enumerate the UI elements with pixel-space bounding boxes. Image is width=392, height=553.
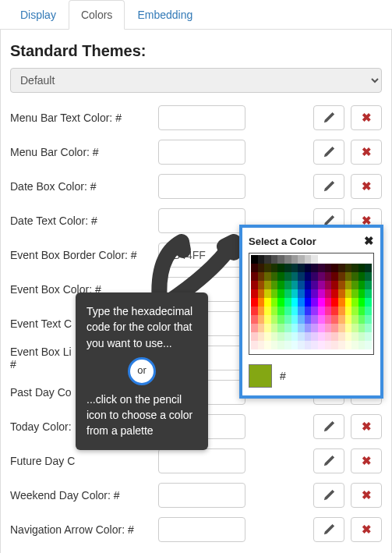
color-swatch[interactable] bbox=[311, 289, 318, 298]
color-swatch[interactable] bbox=[277, 289, 284, 298]
color-swatch[interactable] bbox=[305, 255, 312, 264]
color-swatch[interactable] bbox=[291, 281, 298, 289]
color-swatch[interactable] bbox=[264, 307, 271, 315]
color-swatch[interactable] bbox=[271, 315, 278, 324]
color-swatch[interactable] bbox=[365, 341, 372, 349]
color-swatch[interactable] bbox=[325, 298, 332, 307]
color-swatch[interactable] bbox=[325, 272, 332, 281]
color-swatch[interactable] bbox=[351, 272, 358, 281]
color-swatch[interactable] bbox=[345, 272, 352, 281]
color-swatch[interactable] bbox=[291, 298, 298, 307]
color-swatch[interactable] bbox=[358, 315, 366, 324]
color-swatch[interactable] bbox=[338, 315, 345, 324]
color-swatch[interactable] bbox=[291, 272, 298, 281]
color-swatch[interactable] bbox=[305, 272, 312, 281]
color-swatch[interactable] bbox=[291, 255, 298, 264]
color-swatch[interactable] bbox=[271, 324, 278, 332]
color-swatch[interactable] bbox=[291, 341, 298, 349]
color-swatch[interactable] bbox=[338, 264, 345, 272]
color-swatch[interactable] bbox=[311, 281, 318, 289]
color-swatch[interactable] bbox=[251, 264, 258, 272]
color-swatch[interactable] bbox=[331, 272, 338, 281]
color-swatch[interactable] bbox=[271, 332, 278, 341]
color-swatch[interactable] bbox=[277, 281, 284, 289]
color-swatch[interactable] bbox=[338, 289, 345, 298]
clear-color-button[interactable]: ✖ bbox=[351, 448, 382, 473]
color-swatch[interactable] bbox=[298, 324, 305, 332]
color-swatch[interactable] bbox=[305, 281, 312, 289]
color-swatch[interactable] bbox=[325, 281, 332, 289]
color-swatch[interactable] bbox=[298, 315, 305, 324]
color-swatch[interactable] bbox=[345, 307, 352, 315]
color-swatch[interactable] bbox=[351, 255, 358, 264]
color-swatch[interactable] bbox=[298, 298, 305, 307]
color-swatch[interactable] bbox=[331, 341, 338, 349]
color-swatch[interactable] bbox=[351, 281, 358, 289]
color-swatch[interactable] bbox=[264, 315, 271, 324]
color-swatch[interactable] bbox=[298, 264, 305, 272]
color-swatch[interactable] bbox=[264, 341, 271, 349]
color-swatch[interactable] bbox=[365, 307, 372, 315]
color-swatch[interactable] bbox=[284, 298, 291, 307]
color-swatch[interactable] bbox=[338, 307, 345, 315]
color-swatch[interactable] bbox=[284, 272, 291, 281]
edit-color-button[interactable] bbox=[313, 483, 344, 508]
color-swatch[interactable] bbox=[258, 255, 265, 264]
color-swatch[interactable] bbox=[271, 255, 278, 264]
color-swatch[interactable] bbox=[325, 289, 332, 298]
color-swatch[interactable] bbox=[311, 315, 318, 324]
edit-color-button[interactable] bbox=[313, 174, 344, 199]
tab-display[interactable]: Display bbox=[8, 0, 69, 30]
color-swatch[interactable] bbox=[277, 307, 284, 315]
color-swatch[interactable] bbox=[271, 298, 278, 307]
hex-input[interactable] bbox=[158, 448, 245, 473]
color-swatch[interactable] bbox=[311, 341, 318, 349]
color-swatch[interactable] bbox=[338, 332, 345, 341]
color-swatch[interactable] bbox=[277, 255, 284, 264]
color-swatch[interactable] bbox=[277, 324, 284, 332]
color-swatch[interactable] bbox=[305, 264, 312, 272]
color-swatch[interactable] bbox=[284, 289, 291, 298]
color-swatch[interactable] bbox=[251, 255, 258, 264]
color-swatch[interactable] bbox=[251, 332, 258, 341]
hex-input[interactable] bbox=[158, 174, 245, 199]
color-swatch[interactable] bbox=[291, 307, 298, 315]
color-swatch[interactable] bbox=[365, 281, 372, 289]
color-swatch[interactable] bbox=[318, 264, 325, 272]
color-swatch[interactable] bbox=[291, 315, 298, 324]
color-picker-close-icon[interactable]: ✖ bbox=[364, 234, 374, 248]
color-swatch[interactable] bbox=[264, 264, 271, 272]
color-swatch[interactable] bbox=[271, 307, 278, 315]
color-swatch[interactable] bbox=[298, 289, 305, 298]
clear-color-button[interactable]: ✖ bbox=[351, 483, 382, 508]
color-swatch[interactable] bbox=[251, 281, 258, 289]
color-swatch[interactable] bbox=[318, 281, 325, 289]
color-swatch[interactable] bbox=[251, 341, 258, 349]
color-swatch[interactable] bbox=[264, 272, 271, 281]
color-swatch[interactable] bbox=[298, 307, 305, 315]
color-swatch[interactable] bbox=[345, 298, 352, 307]
color-swatch[interactable] bbox=[338, 298, 345, 307]
color-swatch[interactable] bbox=[305, 298, 312, 307]
color-swatch[interactable] bbox=[311, 332, 318, 341]
color-swatch[interactable] bbox=[291, 324, 298, 332]
color-swatch[interactable] bbox=[318, 315, 325, 324]
color-swatch[interactable] bbox=[284, 264, 291, 272]
hex-input[interactable] bbox=[158, 517, 245, 542]
color-swatch[interactable] bbox=[284, 324, 291, 332]
color-swatch[interactable] bbox=[345, 341, 352, 349]
color-swatch[interactable] bbox=[331, 298, 338, 307]
color-swatch[interactable] bbox=[258, 298, 265, 307]
color-swatch[interactable] bbox=[365, 264, 372, 272]
color-swatch[interactable] bbox=[338, 324, 345, 332]
clear-color-button[interactable]: ✖ bbox=[351, 517, 382, 542]
color-swatch[interactable] bbox=[291, 289, 298, 298]
clear-color-button[interactable]: ✖ bbox=[351, 414, 382, 439]
color-swatch[interactable] bbox=[305, 324, 312, 332]
color-swatch[interactable] bbox=[258, 272, 265, 281]
color-swatch[interactable] bbox=[311, 307, 318, 315]
color-swatch[interactable] bbox=[338, 272, 345, 281]
color-swatch[interactable] bbox=[298, 255, 305, 264]
edit-color-button[interactable] bbox=[313, 105, 344, 130]
color-swatch[interactable] bbox=[251, 315, 258, 324]
